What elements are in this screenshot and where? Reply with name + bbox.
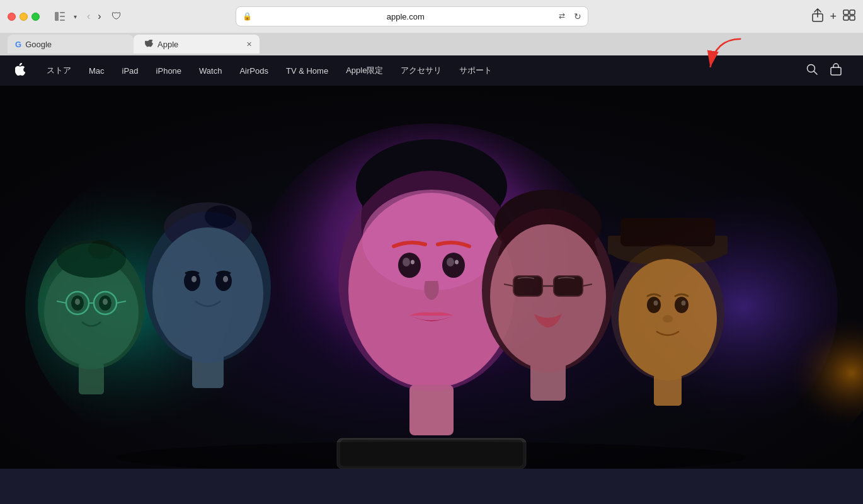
close-button[interactable]	[8, 13, 16, 21]
url-text: apple.com	[256, 12, 555, 21]
nav-item-store[interactable]: ストア	[38, 65, 80, 76]
tab-google[interactable]: G Google	[8, 35, 134, 54]
hero-section	[0, 86, 863, 469]
forward-button[interactable]: ›	[95, 9, 103, 23]
svg-point-79	[611, 244, 724, 381]
traffic-lights	[8, 13, 40, 21]
svg-rect-12	[831, 67, 841, 75]
svg-rect-9	[850, 16, 855, 20]
nav-item-accessories[interactable]: アクセサリ	[392, 65, 450, 76]
refresh-button[interactable]: ↻	[574, 11, 581, 21]
memoji-scene	[0, 86, 863, 469]
svg-rect-1	[60, 12, 65, 13]
share-button[interactable]	[812, 8, 823, 25]
browser-window: ▾ ‹ › 🛡 🔒 apple.com ⇄ ↻ +	[0, 0, 863, 469]
nav-item-airpods[interactable]: AirPods	[231, 66, 277, 76]
svg-text:⇄: ⇄	[559, 11, 565, 20]
title-bar: ▾ ‹ › 🛡 🔒 apple.com ⇄ ↻ +	[0, 0, 863, 33]
svg-rect-6	[843, 10, 849, 14]
maximize-button[interactable]	[31, 13, 40, 21]
apple-navbar: ストア Mac iPad iPhone Watch AirPods TV & H…	[0, 55, 863, 86]
svg-rect-56	[409, 385, 454, 435]
tab-grid-button[interactable]	[843, 9, 855, 24]
google-favicon: G	[15, 40, 21, 49]
nav-item-iphone[interactable]: iPhone	[147, 66, 190, 76]
toolbar-right: +	[812, 8, 855, 25]
nav-item-mac[interactable]: Mac	[80, 66, 113, 76]
lock-icon: 🔒	[243, 12, 252, 21]
nav-item-support[interactable]: サポート	[450, 65, 501, 76]
svg-rect-8	[843, 16, 849, 20]
apple-tab-label: Apple	[157, 40, 243, 49]
search-icon[interactable]	[800, 64, 824, 77]
svg-point-44	[145, 212, 271, 363]
tab-apple[interactable]: Apple ✕	[134, 35, 260, 54]
svg-rect-0	[55, 12, 59, 21]
apple-logo-favicon	[145, 40, 154, 49]
nav-item-apple-exclusive[interactable]: Apple限定	[337, 65, 392, 76]
nav-item-ipad[interactable]: iPad	[113, 66, 147, 76]
minimize-button[interactable]	[20, 13, 28, 21]
sidebar-dropdown-icon[interactable]: ▾	[74, 13, 77, 20]
svg-rect-71	[620, 218, 715, 246]
svg-rect-7	[850, 10, 855, 14]
svg-rect-2	[60, 16, 65, 17]
nav-item-tv-home[interactable]: TV & Home	[277, 66, 337, 76]
svg-point-67	[482, 209, 614, 372]
svg-rect-3	[60, 20, 65, 21]
tab-bar: G Google Apple ✕	[0, 33, 863, 55]
nav-item-watch[interactable]: Watch	[190, 66, 231, 76]
apple-tab-close-button[interactable]: ✕	[246, 40, 252, 49]
shopping-bag-icon[interactable]	[824, 63, 848, 78]
address-bar[interactable]: 🔒 apple.com ⇄ ↻	[236, 6, 588, 26]
translate-icon[interactable]: ⇄	[559, 11, 570, 23]
google-tab-label: Google	[25, 40, 126, 49]
nav-arrows: ‹ ›	[84, 9, 104, 23]
privacy-shield-icon: 🛡	[111, 11, 122, 22]
svg-point-34	[38, 243, 145, 369]
apple-logo-nav[interactable]	[15, 63, 25, 79]
sidebar-toggle-button[interactable]	[51, 8, 69, 25]
new-tab-button[interactable]: +	[830, 10, 837, 23]
back-button[interactable]: ‹	[84, 9, 93, 23]
